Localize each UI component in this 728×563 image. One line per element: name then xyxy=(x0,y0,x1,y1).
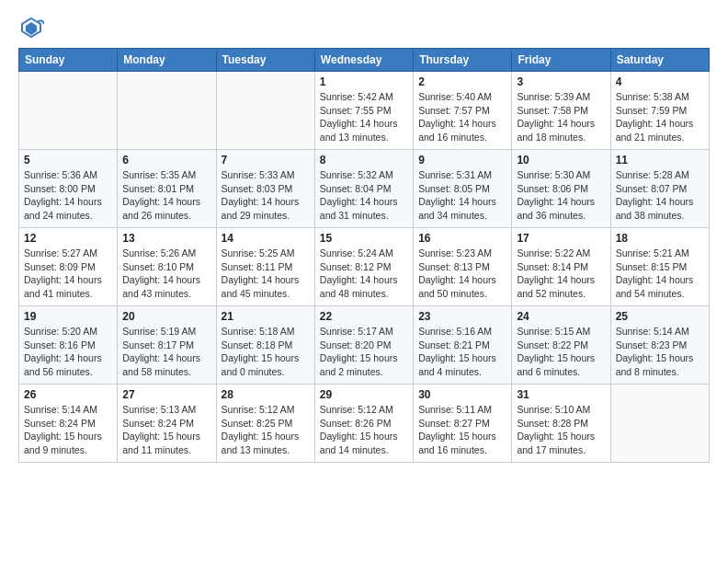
weekday-header: Wednesday xyxy=(314,49,413,72)
day-info: Sunrise: 5:17 AMSunset: 8:20 PMDaylight:… xyxy=(320,325,408,379)
day-number: 16 xyxy=(418,232,506,245)
day-info: Sunrise: 5:20 AMSunset: 8:16 PMDaylight:… xyxy=(24,325,112,379)
day-info: Sunrise: 5:27 AMSunset: 8:09 PMDaylight:… xyxy=(24,247,112,301)
day-info: Sunrise: 5:30 AMSunset: 8:06 PMDaylight:… xyxy=(517,168,605,223)
day-number: 28 xyxy=(222,388,310,401)
calendar-cell: 29Sunrise: 5:12 AMSunset: 8:26 PMDayligh… xyxy=(314,385,413,463)
weekday-header: Monday xyxy=(118,49,216,72)
calendar-cell: 23Sunrise: 5:16 AMSunset: 8:21 PMDayligh… xyxy=(414,306,512,385)
day-info: Sunrise: 5:15 AMSunset: 8:22 PMDaylight:… xyxy=(517,325,605,379)
weekday-header: Thursday xyxy=(414,49,512,72)
day-number: 9 xyxy=(418,154,506,167)
day-info: Sunrise: 5:10 AMSunset: 8:28 PMDaylight:… xyxy=(517,403,605,457)
calendar-week: 1Sunrise: 5:42 AMSunset: 7:55 PMDaylight… xyxy=(19,72,710,150)
calendar: SundayMondayTuesdayWednesdayThursdayFrid… xyxy=(18,48,710,463)
day-info: Sunrise: 5:12 AMSunset: 8:25 PMDaylight:… xyxy=(222,403,310,457)
calendar-cell: 22Sunrise: 5:17 AMSunset: 8:20 PMDayligh… xyxy=(314,306,413,385)
day-number: 13 xyxy=(122,232,210,245)
day-info: Sunrise: 5:16 AMSunset: 8:21 PMDaylight:… xyxy=(418,325,506,379)
day-number: 19 xyxy=(24,310,112,323)
day-number: 14 xyxy=(222,232,310,245)
calendar-cell: 21Sunrise: 5:18 AMSunset: 8:18 PMDayligh… xyxy=(216,306,314,385)
day-number: 29 xyxy=(320,388,408,401)
calendar-cell xyxy=(610,385,709,463)
day-number: 20 xyxy=(122,310,210,323)
calendar-body: 1Sunrise: 5:42 AMSunset: 7:55 PMDaylight… xyxy=(19,72,710,463)
day-number: 10 xyxy=(517,154,605,167)
calendar-cell: 31Sunrise: 5:10 AMSunset: 8:28 PMDayligh… xyxy=(512,385,610,463)
day-number: 15 xyxy=(320,232,408,245)
weekday-header: Tuesday xyxy=(216,49,314,72)
day-info: Sunrise: 5:31 AMSunset: 8:05 PMDaylight:… xyxy=(418,168,506,223)
day-info: Sunrise: 5:19 AMSunset: 8:17 PMDaylight:… xyxy=(122,325,210,379)
calendar-cell: 1Sunrise: 5:42 AMSunset: 7:55 PMDaylight… xyxy=(314,72,413,150)
calendar-cell: 9Sunrise: 5:31 AMSunset: 8:05 PMDaylight… xyxy=(414,150,512,228)
day-number: 11 xyxy=(616,154,704,167)
calendar-cell: 3Sunrise: 5:39 AMSunset: 7:58 PMDaylight… xyxy=(512,72,610,150)
day-number: 21 xyxy=(222,310,310,323)
day-info: Sunrise: 5:35 AMSunset: 8:01 PMDaylight:… xyxy=(122,168,210,223)
weekday-header: Saturday xyxy=(610,49,709,72)
day-number: 1 xyxy=(320,75,408,88)
day-info: Sunrise: 5:13 AMSunset: 8:24 PMDaylight:… xyxy=(122,403,210,457)
day-info: Sunrise: 5:39 AMSunset: 7:58 PMDaylight:… xyxy=(517,90,605,144)
day-number: 12 xyxy=(24,232,112,245)
calendar-cell xyxy=(19,72,118,150)
calendar-cell: 13Sunrise: 5:26 AMSunset: 8:10 PMDayligh… xyxy=(118,228,216,306)
calendar-week: 12Sunrise: 5:27 AMSunset: 8:09 PMDayligh… xyxy=(19,228,710,306)
calendar-week: 26Sunrise: 5:14 AMSunset: 8:24 PMDayligh… xyxy=(19,385,710,463)
day-number: 23 xyxy=(418,310,506,323)
day-number: 8 xyxy=(320,154,408,167)
day-number: 27 xyxy=(122,388,210,401)
calendar-cell: 27Sunrise: 5:13 AMSunset: 8:24 PMDayligh… xyxy=(118,385,216,463)
calendar-cell: 7Sunrise: 5:33 AMSunset: 8:03 PMDaylight… xyxy=(216,150,314,228)
calendar-cell: 14Sunrise: 5:25 AMSunset: 8:11 PMDayligh… xyxy=(216,228,314,306)
calendar-cell: 20Sunrise: 5:19 AMSunset: 8:17 PMDayligh… xyxy=(118,306,216,385)
calendar-week: 5Sunrise: 5:36 AMSunset: 8:00 PMDaylight… xyxy=(19,150,710,228)
day-info: Sunrise: 5:26 AMSunset: 8:10 PMDaylight:… xyxy=(122,247,210,301)
calendar-cell: 24Sunrise: 5:15 AMSunset: 8:22 PMDayligh… xyxy=(512,306,610,385)
day-number: 4 xyxy=(616,75,704,88)
day-number: 3 xyxy=(517,75,605,88)
calendar-cell: 11Sunrise: 5:28 AMSunset: 8:07 PMDayligh… xyxy=(610,150,709,228)
day-info: Sunrise: 5:33 AMSunset: 8:03 PMDaylight:… xyxy=(222,168,310,223)
calendar-cell: 28Sunrise: 5:12 AMSunset: 8:25 PMDayligh… xyxy=(216,385,314,463)
day-number: 6 xyxy=(122,154,210,167)
calendar-cell: 17Sunrise: 5:22 AMSunset: 8:14 PMDayligh… xyxy=(512,228,610,306)
day-number: 2 xyxy=(418,75,506,88)
weekday-row: SundayMondayTuesdayWednesdayThursdayFrid… xyxy=(19,49,710,72)
calendar-cell xyxy=(118,72,216,150)
day-info: Sunrise: 5:21 AMSunset: 8:15 PMDaylight:… xyxy=(616,247,704,301)
day-number: 24 xyxy=(517,310,605,323)
calendar-cell: 12Sunrise: 5:27 AMSunset: 8:09 PMDayligh… xyxy=(19,228,118,306)
calendar-cell: 26Sunrise: 5:14 AMSunset: 8:24 PMDayligh… xyxy=(19,385,118,463)
day-info: Sunrise: 5:12 AMSunset: 8:26 PMDaylight:… xyxy=(320,403,408,457)
calendar-cell: 8Sunrise: 5:32 AMSunset: 8:04 PMDaylight… xyxy=(314,150,413,228)
day-number: 26 xyxy=(24,388,112,401)
day-info: Sunrise: 5:24 AMSunset: 8:12 PMDaylight:… xyxy=(320,247,408,301)
day-info: Sunrise: 5:36 AMSunset: 8:00 PMDaylight:… xyxy=(24,168,112,223)
calendar-cell xyxy=(216,72,314,150)
day-number: 31 xyxy=(517,388,605,401)
calendar-cell: 19Sunrise: 5:20 AMSunset: 8:16 PMDayligh… xyxy=(19,306,118,385)
day-number: 17 xyxy=(517,232,605,245)
day-info: Sunrise: 5:28 AMSunset: 8:07 PMDaylight:… xyxy=(616,168,704,223)
day-info: Sunrise: 5:11 AMSunset: 8:27 PMDaylight:… xyxy=(418,403,506,457)
calendar-cell: 5Sunrise: 5:36 AMSunset: 8:00 PMDaylight… xyxy=(19,150,118,228)
day-number: 18 xyxy=(616,232,704,245)
day-number: 7 xyxy=(222,154,310,167)
day-number: 5 xyxy=(24,154,112,167)
day-number: 30 xyxy=(418,388,506,401)
day-info: Sunrise: 5:38 AMSunset: 7:59 PMDaylight:… xyxy=(616,90,704,144)
calendar-cell: 30Sunrise: 5:11 AMSunset: 8:27 PMDayligh… xyxy=(414,385,512,463)
day-number: 22 xyxy=(320,310,408,323)
day-info: Sunrise: 5:14 AMSunset: 8:24 PMDaylight:… xyxy=(24,403,112,457)
calendar-cell: 25Sunrise: 5:14 AMSunset: 8:23 PMDayligh… xyxy=(610,306,709,385)
day-info: Sunrise: 5:18 AMSunset: 8:18 PMDaylight:… xyxy=(222,325,310,379)
day-number: 25 xyxy=(616,310,704,323)
calendar-cell: 4Sunrise: 5:38 AMSunset: 7:59 PMDaylight… xyxy=(610,72,709,150)
day-info: Sunrise: 5:14 AMSunset: 8:23 PMDaylight:… xyxy=(616,325,704,379)
calendar-cell: 10Sunrise: 5:30 AMSunset: 8:06 PMDayligh… xyxy=(512,150,610,228)
day-info: Sunrise: 5:42 AMSunset: 7:55 PMDaylight:… xyxy=(320,90,408,144)
day-info: Sunrise: 5:23 AMSunset: 8:13 PMDaylight:… xyxy=(418,247,506,301)
